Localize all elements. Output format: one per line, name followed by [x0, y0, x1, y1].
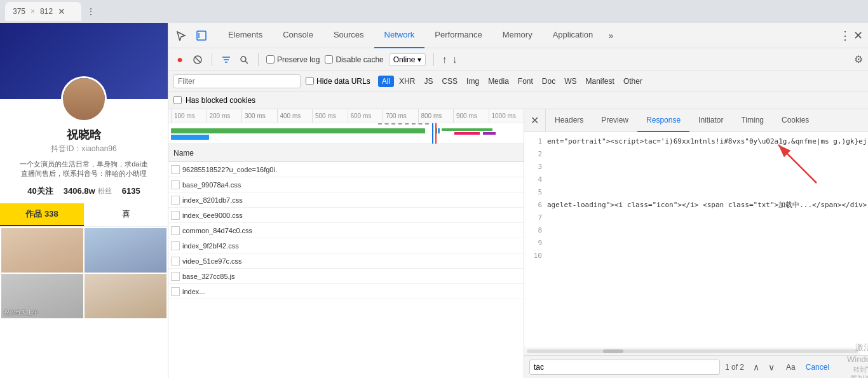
net-row-7[interactable]: base_327cc85.js — [168, 269, 524, 284]
response-tabs: ✕ Headers Preview Response Init — [524, 109, 868, 132]
filter-type-img[interactable]: Img — [463, 76, 483, 87]
filter-input[interactable] — [173, 74, 301, 88]
net-row-name-8: index... — [182, 288, 521, 295]
avatar — [61, 76, 107, 122]
close-panel-button[interactable]: ✕ — [524, 109, 546, 132]
hide-data-urls-checkbox[interactable]: Hide data URLs — [306, 77, 370, 86]
mark-1000: 1000 ms — [489, 109, 524, 123]
disable-cache-label: Disable cache — [336, 55, 383, 64]
filter-type-font[interactable]: Font — [514, 76, 537, 87]
response-tab-cookies[interactable]: Cookies — [773, 109, 818, 132]
webpage-preview: 祝晓晗 抖音ID：xiaohan96 一个女演员的生活日常，单身狗，求dai走直… — [0, 23, 168, 378]
line-row-2: 2 — [524, 147, 868, 160]
disable-cache-checkbox[interactable]: Disable cache — [325, 55, 383, 64]
clear-button[interactable] — [191, 53, 204, 66]
net-row-5[interactable]: index_9f2bf42.css — [168, 238, 524, 253]
line-row-6: 6 agelet-loading"><i class="icon"></i> <… — [524, 198, 868, 211]
filter-type-doc[interactable]: Doc — [538, 76, 559, 87]
filter-type-xhr[interactable]: XHR — [395, 76, 419, 87]
mark-800: 800 ms — [418, 109, 454, 123]
more-tabs-icon[interactable]: ⋮ — [86, 6, 95, 17]
net-row-1[interactable]: base_99078a4.css — [168, 177, 524, 192]
net-row-name-4: common_84d74c0.css — [182, 227, 521, 234]
bar-green — [171, 128, 425, 133]
video-grid: 祝你每天上午 — [0, 228, 168, 318]
devtools-more-icon[interactable]: ⋮ — [839, 29, 851, 43]
search-cancel-button[interactable]: Cancel — [806, 363, 829, 372]
filter-icon[interactable] — [220, 53, 233, 66]
response-tab-cookies-label: Cookies — [782, 116, 809, 125]
upload-icon[interactable]: ↑ — [442, 54, 447, 65]
inspect-icon[interactable] — [194, 28, 209, 43]
download-icon[interactable]: ↓ — [452, 54, 457, 65]
tab-application[interactable]: Application — [543, 23, 604, 48]
line-num-4: 4 — [524, 175, 547, 184]
filter-type-ws[interactable]: WS — [560, 76, 580, 87]
line-num-3: 3 — [524, 163, 547, 171]
tab-works[interactable]: 作品 338 — [0, 203, 84, 226]
horizontal-scrollbar[interactable] — [524, 348, 860, 355]
search-next-button[interactable]: ∨ — [764, 360, 778, 374]
filter-type-manifest[interactable]: Manifest — [582, 76, 618, 87]
tab-performance[interactable]: Performance — [424, 23, 492, 48]
match-case-toggle[interactable]: Aa — [783, 361, 798, 373]
tab-console[interactable]: Console — [273, 23, 323, 48]
filter-type-media[interactable]: Media — [484, 76, 513, 87]
filter-type-other[interactable]: Other — [620, 76, 646, 87]
filter-type-js[interactable]: JS — [420, 76, 437, 87]
tab-sources[interactable]: Sources — [323, 23, 374, 48]
devtools-close-icon[interactable]: ✕ — [853, 29, 863, 43]
line-num-8: 8 — [524, 226, 547, 234]
net-row-2[interactable]: index_8201db7.css — [168, 192, 524, 208]
scrollbar-thumb[interactable] — [603, 349, 623, 353]
tab-likes[interactable]: 喜 — [84, 203, 168, 226]
network-list[interactable]: 96285518522?u_code=16fg0i. base_99078a4.… — [168, 162, 524, 378]
record-button[interactable]: ● — [173, 53, 186, 66]
response-tab-preview-label: Preview — [601, 116, 628, 125]
stat-fans: 3406.8w 粉丝 — [64, 186, 112, 197]
net-row-8[interactable]: index... — [168, 284, 524, 299]
response-tab-headers-label: Headers — [555, 116, 583, 125]
filter-type-css[interactable]: CSS — [438, 76, 461, 87]
response-panel: ✕ Headers Preview Response Init — [524, 109, 868, 378]
throttle-select[interactable]: Online ▾ — [389, 53, 426, 66]
net-row-name-7: base_327cc85.js — [182, 273, 521, 280]
net-row-name-0: 96285518522?u_code=16fg0i. — [182, 166, 521, 173]
tab-close-icon[interactable]: ✕ — [58, 6, 65, 17]
response-tab-headers[interactable]: Headers — [546, 109, 592, 132]
response-tab-timing[interactable]: Timing — [732, 109, 773, 132]
line-num-2: 2 — [524, 150, 547, 158]
search-icon[interactable] — [238, 53, 250, 66]
tab-network[interactable]: Network — [374, 23, 425, 48]
response-tab-initiator[interactable]: Initiator — [689, 109, 732, 132]
net-row-name-1: base_99078a4.css — [182, 181, 521, 189]
filter-type-all[interactable]: All — [378, 76, 394, 87]
network-content: 100 ms 200 ms 300 ms 400 ms 500 ms 600 m… — [168, 109, 868, 378]
net-row-3[interactable]: index_6ee9000.css — [168, 208, 524, 223]
net-row-0[interactable]: 96285518522?u_code=16fg0i. — [168, 162, 524, 177]
devtools-wrapper: Elements Console Sources Network Perform — [168, 23, 868, 378]
devtools: Elements Console Sources Network Perform — [168, 23, 868, 378]
disable-cache-input[interactable] — [325, 55, 333, 64]
net-row-4[interactable]: common_84d74c0.css — [168, 223, 524, 238]
search-input[interactable] — [529, 360, 720, 375]
browser-tab[interactable]: 375 × 812 ✕ — [5, 2, 81, 21]
cursor-icon[interactable] — [173, 28, 189, 43]
preserve-log-checkbox[interactable]: Preserve log — [266, 55, 320, 64]
import-export: ↑ ↓ — [442, 54, 457, 65]
search-prev-button[interactable]: ∧ — [749, 360, 763, 374]
tab-elements[interactable]: Elements — [218, 23, 273, 48]
hide-data-urls-input[interactable] — [306, 77, 314, 85]
preserve-log-input[interactable] — [266, 55, 275, 64]
more-tabs-chevron[interactable]: » — [603, 28, 618, 43]
response-tab-response[interactable]: Response — [637, 109, 689, 132]
row-check-2 — [171, 196, 180, 205]
net-row-6[interactable]: video_51ce97c.css — [168, 253, 524, 269]
response-tab-preview[interactable]: Preview — [592, 109, 637, 132]
blocked-cookies-input[interactable] — [173, 96, 182, 104]
settings-icon[interactable]: ⚙ — [854, 53, 863, 65]
response-tab-timing-label: Timing — [741, 116, 764, 125]
tab-number2: 812 — [40, 7, 53, 16]
profile-stats: 40关注 3406.8w 粉丝 6135 — [10, 186, 158, 197]
tab-memory[interactable]: Memory — [492, 23, 543, 48]
